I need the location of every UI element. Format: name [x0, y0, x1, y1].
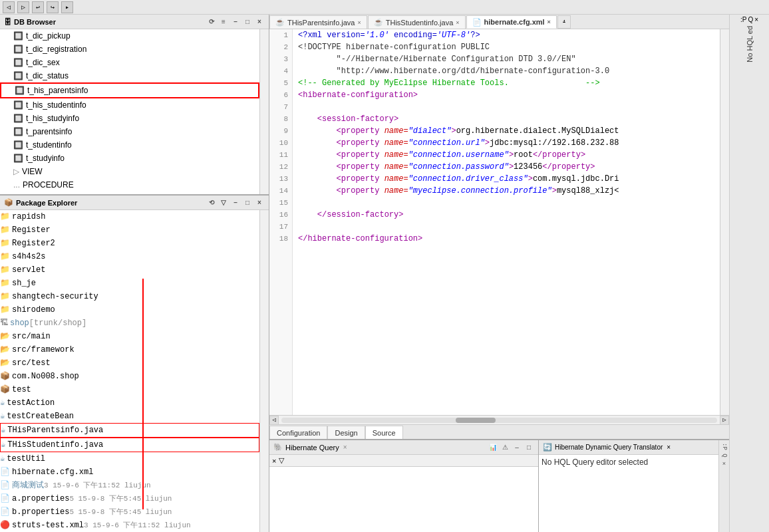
pkg-shangtech[interactable]: 📁shangtech-security: [0, 290, 259, 303]
hq-problems-icon[interactable]: ⚠: [500, 442, 510, 453]
tab-parentsinfo-label: THisParentsinfo.java: [287, 19, 355, 27]
code-editor[interactable]: <?xml version='1.0' encoding='UTF-8'?> <…: [293, 29, 720, 415]
code-line-16: </session-factory>: [298, 209, 714, 221]
pkg-shop[interactable]: 🏗shop [trunk/shop]: [0, 317, 259, 330]
pkg-thisparentsinfo[interactable]: ☕THisParentsinfo.java: [0, 423, 259, 438]
pkg-servlet[interactable]: 📁servlet: [0, 263, 259, 277]
db-item-procedure[interactable]: ...PROCEDURE: [0, 178, 259, 192]
ht-content: No HQL Query editor selected: [539, 455, 718, 532]
toolbar-btn-forward[interactable]: ▷: [17, 1, 29, 13]
code-line-18: </hibernate-configuration>: [298, 233, 714, 245]
pkg-settings-btn[interactable]: ▽: [218, 198, 229, 208]
tab-source[interactable]: Source: [365, 426, 403, 439]
no-hql-close[interactable]: ×: [754, 16, 758, 23]
pkg-a-properties[interactable]: 📄a.properties 5 15-9-8 下午5:45 liujun: [0, 492, 259, 505]
hq-close-btn[interactable]: ×: [272, 457, 276, 465]
tab-this-parentsinfo[interactable]: ☕ THisParentsinfo.java ×: [269, 15, 367, 29]
pkg-testaction[interactable]: ☕testAction: [0, 396, 259, 410]
line-num-18: 18: [269, 233, 292, 245]
db-browser-minimize[interactable]: –: [230, 17, 241, 27]
db-item-t_studyinfo[interactable]: 🔲t_studyinfo: [0, 152, 259, 165]
db-item-t_his_studentinfo[interactable]: 🔲t_his_studentinfo: [0, 98, 259, 112]
tab-parentsinfo-close[interactable]: ×: [358, 19, 361, 26]
hq-content[interactable]: [269, 467, 538, 532]
hq-options-btn[interactable]: ▽: [279, 456, 284, 465]
ht-header: 🔄 Hibernate Dynamic Query Translator ×: [539, 440, 718, 455]
hq-table-icon[interactable]: 📊: [488, 442, 498, 453]
ht-close-icon[interactable]: ×: [667, 444, 671, 451]
pkg-src-main[interactable]: 📂src/main: [0, 330, 259, 343]
db-item-t_his_parentsinfo[interactable]: 🔲t_his_parentsinfo: [0, 82, 259, 98]
line-num-11: 11: [269, 149, 292, 161]
tab-this-studentinfo[interactable]: ☕ THisStudentinfo.java ×: [368, 15, 466, 29]
hq-toolbar: × ▽: [269, 455, 538, 467]
code-line-10: <property name="connection.url">jdbc:mys…: [298, 137, 714, 149]
line-num-13: 13: [269, 173, 292, 185]
pkg-b-properties[interactable]: 📄b.properties 5 15-9-8 下午5:45 liujun: [0, 505, 259, 519]
bottom-panels: 🐘 Hibernate Query × 📊 ⚠ – □ ×: [269, 439, 729, 532]
hscroll-track[interactable]: [281, 418, 717, 423]
toolbar-btn-run[interactable]: ▸: [61, 1, 73, 13]
db-browser-maximize[interactable]: □: [242, 17, 253, 27]
db-item-t_studentinfo[interactable]: 🔲t_studentinfo: [0, 138, 259, 152]
pkg-close-btn[interactable]: ×: [254, 198, 265, 208]
pkg-src-test[interactable]: 📂src/test: [0, 356, 259, 370]
db-browser-settings[interactable]: ≡: [218, 17, 229, 27]
editor-vscroll[interactable]: [720, 29, 729, 415]
db-item-t_dic_sex[interactable]: 🔲t_dic_sex: [0, 56, 259, 69]
hq-maximize[interactable]: □: [524, 442, 534, 453]
pkg-com-no008-shop[interactable]: 📦com.No008.shop: [0, 370, 259, 383]
line-num-1: 1: [269, 29, 292, 41]
hq-close-icon[interactable]: ×: [343, 444, 347, 451]
editor-hscroll[interactable]: ◁ ▷: [269, 415, 729, 424]
tab-design[interactable]: Design: [327, 426, 365, 439]
pkg-src-framework[interactable]: 📂src/framework: [0, 343, 259, 356]
hscroll-left[interactable]: ◁: [269, 416, 279, 425]
line-num-15: 15: [269, 197, 292, 209]
pkg-register[interactable]: 📁Register: [0, 223, 259, 237]
line-num-3: 3: [269, 53, 292, 65]
db-browser-panel: 🗄 DB Browser ⟳ ≡ – □ × 🔲t_dic_pickup: [0, 15, 269, 196]
pkg-maximize-btn[interactable]: □: [242, 198, 253, 208]
pkg-testutil[interactable]: ☕testUtil: [0, 452, 259, 466]
pkg-thisstudentinfo[interactable]: ☕THisStudentinfo.java: [0, 438, 259, 452]
pkg-shirodemo[interactable]: 📁shirodemo: [0, 303, 259, 317]
right-sidebar: :P Q ×: [718, 440, 729, 532]
db-item-t_dic_status[interactable]: 🔲t_dic_status: [0, 69, 259, 82]
db-item-t_his_studyinfo[interactable]: 🔲t_his_studyinfo: [0, 112, 259, 125]
toolbar-btn-redo[interactable]: ↪: [47, 1, 59, 13]
tab-hibernate-close[interactable]: ×: [547, 19, 551, 25]
db-item-t_parentsinfo[interactable]: 🔲t_parentsinfo: [0, 125, 259, 138]
pkg-minimize-btn[interactable]: –: [230, 198, 241, 208]
db-browser-close[interactable]: ×: [254, 17, 265, 27]
code-line-12: <property name="connection.password">123…: [298, 161, 714, 173]
pkg-struts-test[interactable]: 🔴struts-test.xml 3 15-9-6 下午11:52 liujun: [0, 519, 259, 532]
db-browser-sync[interactable]: ⟳: [206, 17, 217, 27]
code-line-1: <?xml version='1.0' encoding='UTF-8'?>: [298, 29, 714, 41]
pkg-shop-test[interactable]: 📄商城测试 3 15-9-6 下午11:52 liujun: [0, 479, 259, 492]
tab-hibernate-cfg[interactable]: 📄 hibernate.cfg.xml ×: [466, 15, 557, 29]
db-item-view[interactable]: ▷VIEW: [0, 165, 259, 178]
tab-studentinfo-close[interactable]: ×: [456, 19, 459, 26]
pkg-scrollbar[interactable]: [259, 210, 269, 532]
db-item-t_dic_registration[interactable]: 🔲t_dic_registration: [0, 43, 259, 56]
pkg-sync-btn[interactable]: ⟲: [206, 198, 217, 208]
db-item-t_dic_pickup[interactable]: 🔲t_dic_pickup: [0, 29, 259, 43]
pkg-rapidsh[interactable]: 📁rapidsh: [0, 210, 259, 223]
hq-minimize[interactable]: –: [512, 442, 522, 453]
pkg-test[interactable]: 📦test: [0, 383, 259, 396]
db-scrollbar[interactable]: [259, 29, 269, 194]
pkg-register2[interactable]: 📁Register2: [0, 237, 259, 250]
tab-overflow[interactable]: ⁴: [557, 15, 571, 29]
hscroll-thumb[interactable]: [456, 418, 496, 423]
toolbar-btn-back[interactable]: ◁: [3, 1, 15, 13]
toolbar-btn-undo[interactable]: ↩: [32, 1, 44, 13]
tab-configuration[interactable]: Configuration: [269, 426, 327, 439]
pkg-sh-je[interactable]: 📁sh_je: [0, 277, 259, 290]
code-line-4: "http://www.hibernate.org/dtd/hibernate-…: [298, 65, 714, 77]
pkg-testcreatebean[interactable]: ☕testCreateBean: [0, 410, 259, 423]
pkg-s4h4s2s[interactable]: 📁s4h4s2s: [0, 250, 259, 263]
hscroll-right[interactable]: ▷: [720, 416, 729, 425]
pkg-hibernate-cfg[interactable]: 📄hibernate.cfg.xml: [0, 466, 259, 479]
code-line-17: [298, 221, 714, 233]
